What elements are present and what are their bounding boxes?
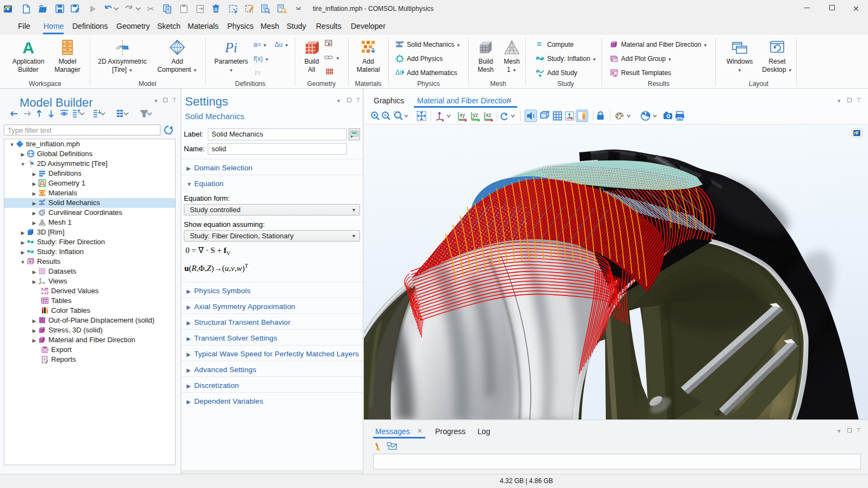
svg-text:Pi: Pi: [224, 40, 237, 55]
svg-text:xy: xy: [460, 112, 465, 118]
svg-text:=: =: [537, 40, 542, 48]
svg-text:*: *: [44, 199, 45, 203]
svg-text:✂: ✂: [147, 4, 154, 14]
svg-text:xz: xz: [486, 112, 491, 118]
svg-text:e-12: e-12: [41, 291, 48, 295]
svg-text:yz: yz: [473, 112, 478, 118]
svg-text:A: A: [22, 39, 34, 55]
svg-text:*: *: [44, 208, 45, 213]
svg-text:8.85: 8.85: [41, 287, 48, 291]
